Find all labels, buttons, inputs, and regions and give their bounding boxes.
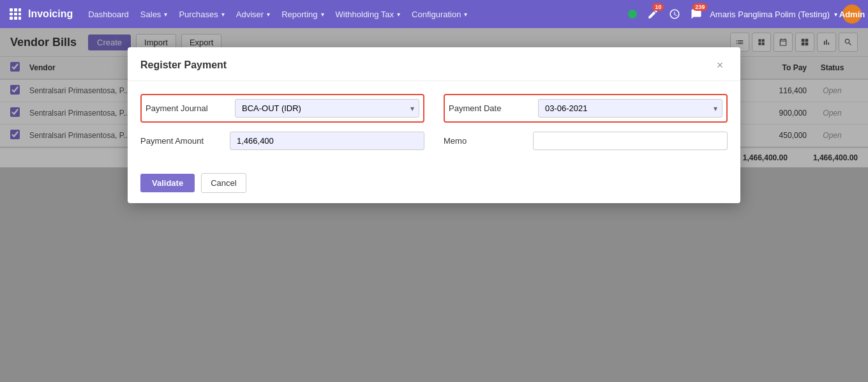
chevron-down-icon: ▾ xyxy=(221,11,225,18)
payment-date-select[interactable]: 03-06-2021 xyxy=(538,99,722,118)
payment-amount-label: Payment Amount xyxy=(140,136,223,146)
modal-close-button[interactable]: × xyxy=(712,57,728,73)
svg-rect-5 xyxy=(19,13,21,15)
pencil-icon-btn[interactable]: 10 xyxy=(645,6,661,22)
right-form-column: Payment Date 03-06-2021 Memo xyxy=(444,94,728,150)
payment-amount-row: Payment Amount xyxy=(140,132,424,150)
payment-date-select-wrapper: 03-06-2021 xyxy=(538,99,722,118)
form-grid: Payment Journal BCA-OUT (IDR) Payment Am… xyxy=(140,94,728,150)
left-form-column: Payment Journal BCA-OUT (IDR) Payment Am… xyxy=(140,94,424,150)
svg-rect-0 xyxy=(10,8,13,11)
validate-button[interactable]: Validate xyxy=(140,174,195,192)
user-menu[interactable]: Amaris Panglima Polim (Testing) ▾ xyxy=(710,10,837,19)
page-background: Vendor Bills Create Import Export xyxy=(0,28,868,382)
clock-icon-btn[interactable] xyxy=(666,6,683,22)
modal-overlay: Register Payment × Payment Journal BCA-O… xyxy=(0,28,868,382)
chevron-down-icon: ▾ xyxy=(464,11,467,18)
payment-journal-select[interactable]: BCA-OUT (IDR) xyxy=(235,99,419,118)
payment-journal-label: Payment Journal xyxy=(146,103,228,113)
nav-adviser[interactable]: Adviser ▾ xyxy=(231,6,275,22)
nav-sales[interactable]: Sales ▾ xyxy=(135,6,173,22)
svg-rect-3 xyxy=(10,13,13,15)
grid-icon[interactable] xyxy=(6,5,24,23)
nav-reporting[interactable]: Reporting ▾ xyxy=(276,6,329,22)
nav-purchases[interactable]: Purchases ▾ xyxy=(174,6,229,22)
chevron-down-icon: ▾ xyxy=(267,11,270,18)
cancel-button[interactable]: Cancel xyxy=(201,173,246,193)
payment-amount-input[interactable] xyxy=(230,132,424,150)
modal-footer: Validate Cancel xyxy=(128,163,740,203)
user-name: Amaris Panglima Polim (Testing) xyxy=(710,10,830,19)
chevron-down-icon: ▾ xyxy=(834,11,837,18)
svg-point-9 xyxy=(628,10,637,19)
avatar[interactable]: Admin xyxy=(842,4,862,24)
svg-rect-8 xyxy=(19,17,21,20)
payment-date-label: Payment Date xyxy=(449,103,532,113)
modal-body: Payment Journal BCA-OUT (IDR) Payment Am… xyxy=(128,81,740,163)
topnav-right: 10 239 Amaris Panglima Polim (Testing) ▾… xyxy=(625,4,862,24)
svg-rect-2 xyxy=(19,8,21,11)
svg-rect-4 xyxy=(14,13,17,15)
payment-date-row: Payment Date 03-06-2021 xyxy=(444,94,728,123)
register-payment-modal: Register Payment × Payment Journal BCA-O… xyxy=(128,47,740,203)
svg-rect-1 xyxy=(14,8,17,11)
modal-header: Register Payment × xyxy=(128,47,740,81)
pencil-badge: 10 xyxy=(652,3,664,11)
chevron-down-icon: ▾ xyxy=(397,11,400,18)
nav-withholding-tax[interactable]: Withholding Tax ▾ xyxy=(331,6,406,22)
top-navigation: Invoicing Dashboard Sales ▾ Purchases ▾ … xyxy=(0,0,868,28)
chevron-down-icon: ▾ xyxy=(321,11,324,18)
chat-icon-btn[interactable]: 239 xyxy=(688,6,705,22)
chat-badge: 239 xyxy=(692,3,707,11)
svg-rect-6 xyxy=(10,17,13,20)
memo-input[interactable] xyxy=(533,132,728,150)
status-indicator xyxy=(625,7,640,21)
payment-journal-select-wrapper: BCA-OUT (IDR) xyxy=(235,99,419,118)
nav-configuration[interactable]: Configuration ▾ xyxy=(407,6,472,22)
payment-journal-row: Payment Journal BCA-OUT (IDR) xyxy=(140,94,424,123)
modal-title: Register Payment xyxy=(140,59,227,71)
app-name: Invoicing xyxy=(28,8,73,20)
nav-menu: Dashboard Sales ▾ Purchases ▾ Adviser ▾ … xyxy=(83,6,622,22)
memo-label: Memo xyxy=(444,136,527,146)
chevron-down-icon: ▾ xyxy=(164,11,167,18)
svg-rect-7 xyxy=(14,17,17,20)
nav-dashboard[interactable]: Dashboard xyxy=(83,6,134,22)
memo-row: Memo xyxy=(444,132,728,150)
